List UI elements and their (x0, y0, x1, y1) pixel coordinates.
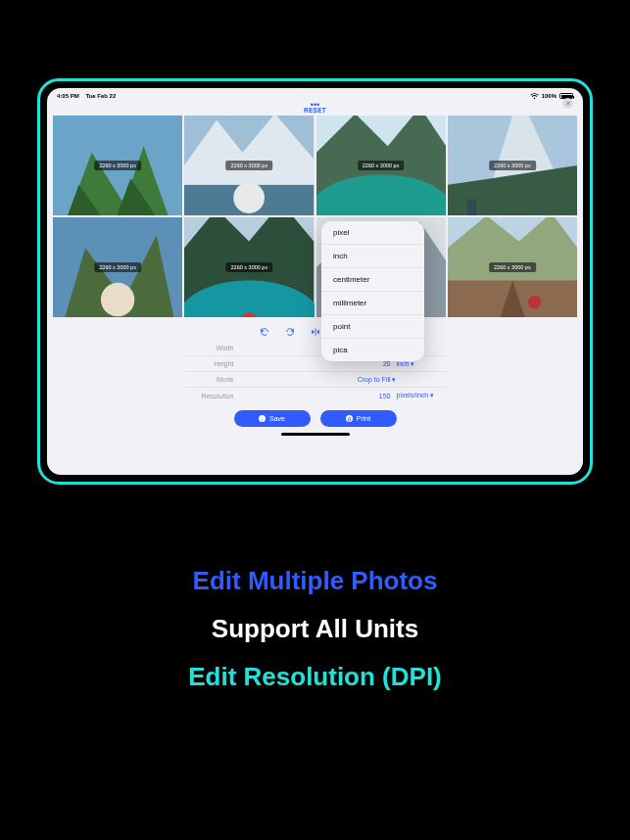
unit-option[interactable]: centimeter (321, 268, 424, 292)
status-time-date: 4:05 PM Tue Feb 22 (57, 93, 116, 99)
photo-thumb[interactable]: 2260 x 3000 px (448, 116, 577, 215)
print-icon: ⎙ (346, 415, 353, 422)
status-time: 4:05 PM (57, 93, 79, 99)
unit-option[interactable]: pixel (321, 221, 424, 245)
mode-select[interactable]: Crop to Fill ▾ (242, 376, 397, 384)
battery-pct: 100% (542, 93, 557, 99)
caption-line-2: Support All Units (0, 614, 630, 644)
photo-thumb[interactable]: 2260 x 3000 px (184, 217, 314, 317)
unit-option[interactable]: point (321, 315, 424, 339)
unit-popover: pixel inch centimeter millimeter point p… (321, 221, 424, 361)
resolution-label: Resolution (183, 393, 242, 399)
photo-dims-badge: 2260 x 3000 px (226, 262, 273, 272)
height-input[interactable]: 20 (242, 360, 397, 367)
save-button-label: Save (269, 415, 285, 422)
resolution-unit-select[interactable]: pixels/inch ▾ (397, 392, 448, 399)
photo-thumb[interactable]: 2260 x 3000 px (316, 116, 446, 215)
photo-dims-badge: 2260 x 3000 px (489, 161, 536, 170)
status-date: Tue Feb 22 (85, 93, 116, 99)
print-button-label: Print (357, 415, 370, 422)
rotate-left-icon[interactable] (260, 327, 269, 337)
app-screen: 4:05 PM Tue Feb 22 100% ••• RESET ✕ (47, 88, 583, 475)
flip-horizontal-icon[interactable] (311, 327, 320, 337)
edit-panel: pixel inch centimeter millimeter point p… (47, 317, 583, 436)
photo-dims-badge: 2260 x 3000 px (489, 262, 536, 272)
unit-option[interactable]: pica (321, 339, 424, 361)
svg-rect-13 (467, 199, 476, 215)
photo-thumb[interactable]: 2260 x 3000 px (53, 217, 182, 317)
wifi-icon (530, 93, 539, 100)
photo-thumb[interactable]: 2260 x 3000 px (53, 116, 182, 215)
height-label: Height (183, 360, 242, 367)
ipad-frame: 4:05 PM Tue Feb 22 100% ••• RESET ✕ (37, 78, 593, 485)
rotate-right-icon[interactable] (285, 327, 295, 337)
photo-grid: 2260 x 3000 px 2260 x 3000 px 2260 x 300… (47, 116, 583, 317)
crop-tool-icons (47, 325, 583, 341)
caption-line-3: Edit Resolution (DPI) (0, 662, 630, 692)
caption-line-1: Edit Multiple Photos (0, 566, 630, 596)
photo-dims-badge: 2260 x 3000 px (94, 161, 141, 170)
mode-label: Mode (183, 376, 242, 383)
reset-button[interactable]: RESET (47, 107, 583, 114)
close-button[interactable]: ✕ (562, 98, 573, 109)
unit-option[interactable]: millimeter (321, 292, 424, 315)
photo-thumb[interactable]: 2260 x 3000 px (184, 116, 314, 215)
photo-thumb[interactable]: 2260 x 3000 px (448, 217, 577, 317)
save-icon: ↓ (259, 415, 266, 422)
svg-point-6 (234, 182, 266, 213)
home-indicator (281, 433, 350, 436)
resolution-input[interactable]: 150 (242, 393, 397, 399)
photo-dims-badge: 2260 x 3000 px (94, 262, 141, 272)
svg-point-28 (528, 296, 541, 308)
photo-dims-badge: 2260 x 3000 px (358, 161, 405, 170)
photo-dims-badge: 2260 x 3000 px (226, 161, 273, 170)
unit-option[interactable]: inch (321, 245, 424, 268)
promo-captions: Edit Multiple Photos Support All Units E… (0, 548, 630, 710)
print-button[interactable]: ⎙ Print (320, 410, 397, 427)
app-toolbar: ••• RESET ✕ (47, 102, 583, 116)
svg-point-16 (101, 283, 134, 316)
save-button[interactable]: ↓ Save (234, 410, 311, 427)
width-label: Width (183, 345, 242, 351)
